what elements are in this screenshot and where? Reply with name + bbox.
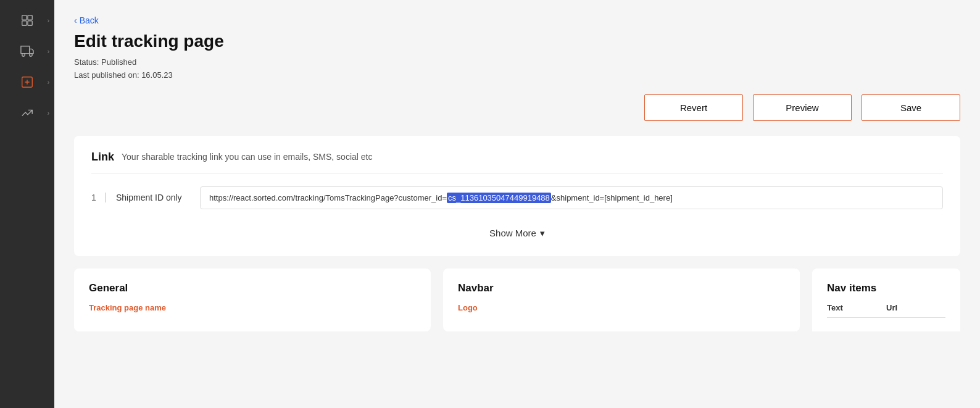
chevron-icon: › — [48, 110, 49, 117]
svg-rect-1 — [28, 15, 32, 20]
navbar-card-title: Navbar — [458, 282, 785, 294]
svg-point-4 — [22, 54, 25, 57]
link-card-subtitle: Your sharable tracking link you can use … — [122, 152, 372, 162]
revert-button[interactable]: Revert — [644, 94, 743, 121]
grid-icon — [20, 14, 34, 27]
nav-col-text: Text — [827, 303, 886, 312]
last-published: Last published on: 16.05.23 — [74, 69, 960, 82]
main-content: ‹ Back Edit tracking page Status: Publis… — [54, 0, 980, 408]
link-card-header: Link Your sharable tracking link you can… — [91, 151, 943, 174]
nav-items-card: Nav items Text Url — [812, 269, 960, 331]
show-more-label: Show More — [489, 228, 536, 238]
link-number: 1 — [91, 193, 106, 202]
sidebar-item-tracking[interactable]: › — [0, 69, 54, 95]
sidebar: › › › › — [0, 0, 54, 408]
bottom-cards-row: General Tracking page name Navbar Logo N… — [74, 269, 960, 331]
tracking-icon — [20, 75, 34, 89]
truck-icon — [20, 44, 34, 58]
nav-items-header: Text Url — [827, 303, 945, 318]
url-highlight: cs_11361035047449919488 — [447, 193, 551, 203]
chevron-icon: › — [48, 17, 49, 24]
link-row: 1 Shipment ID only https://react.sorted.… — [91, 186, 943, 209]
chart-icon — [20, 106, 34, 120]
link-card: Link Your sharable tracking link you can… — [74, 136, 960, 257]
url-prefix: https://react.sorted.com/tracking/TomsTr… — [209, 193, 447, 202]
status-published: Status: Published — [74, 56, 960, 69]
sidebar-item-deliveries[interactable]: › — [0, 38, 54, 64]
nav-col-url: Url — [886, 303, 945, 312]
logo-label: Logo — [458, 303, 785, 312]
show-more-container: Show More ▾ — [91, 222, 943, 242]
save-button[interactable]: Save — [862, 94, 960, 121]
tracking-page-name-label: Tracking page name — [89, 303, 416, 312]
back-link[interactable]: ‹ Back — [74, 15, 99, 25]
chevron-icon: › — [48, 79, 49, 86]
general-card-title: General — [89, 282, 416, 294]
sidebar-item-analytics[interactable]: › — [0, 100, 54, 126]
general-card: General Tracking page name — [74, 269, 431, 331]
svg-rect-3 — [28, 21, 32, 25]
svg-rect-2 — [22, 21, 27, 25]
sidebar-item-dashboard[interactable]: › — [0, 7, 54, 33]
back-chevron-icon: ‹ — [74, 15, 77, 25]
toolbar: Revert Preview Save — [74, 94, 960, 121]
link-url-box[interactable]: https://react.sorted.com/tracking/TomsTr… — [200, 186, 943, 209]
show-more-chevron-icon: ▾ — [540, 228, 545, 239]
chevron-icon: › — [48, 48, 49, 55]
link-label: Shipment ID only — [116, 193, 190, 202]
show-more-button[interactable]: Show More ▾ — [489, 228, 545, 239]
status-info: Status: Published Last published on: 16.… — [74, 56, 960, 82]
link-card-title: Link — [91, 151, 114, 164]
svg-rect-0 — [22, 15, 27, 20]
preview-button[interactable]: Preview — [753, 94, 852, 121]
url-suffix: &shipment_id=[shipment_id_here] — [551, 193, 673, 202]
back-label: Back — [80, 15, 99, 25]
nav-items-title: Nav items — [827, 282, 945, 294]
svg-point-5 — [30, 54, 33, 57]
navbar-card: Navbar Logo — [443, 269, 800, 331]
page-title: Edit tracking page — [74, 31, 960, 51]
